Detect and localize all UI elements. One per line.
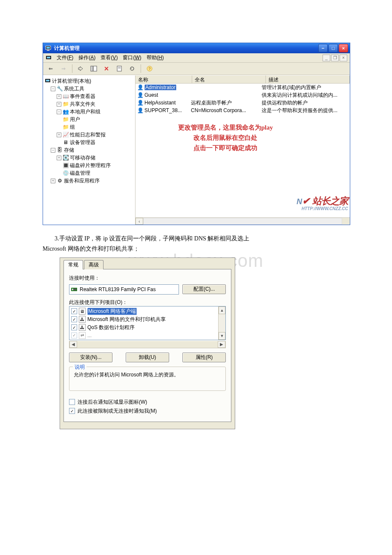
svg-rect-6: [93, 66, 97, 71]
scroll-up-button[interactable]: ▲: [219, 306, 225, 314]
tab-general[interactable]: 常规: [63, 260, 83, 269]
mdi-close-button[interactable]: ×: [340, 55, 347, 61]
client-icon: 🖥: [79, 308, 86, 315]
folder-share-icon: 📁: [63, 101, 69, 107]
tree-storage[interactable]: − 🗄 存储: [45, 146, 134, 154]
expand-icon[interactable]: +: [57, 133, 61, 137]
user-row[interactable]: 👤SUPPORT_38... CN=Microsoft Corpora... 这…: [135, 107, 350, 114]
checkbox[interactable]: ✓: [71, 324, 77, 330]
refresh-button[interactable]: [127, 64, 137, 74]
v-scrollbar[interactable]: ▲ ▼: [218, 306, 225, 340]
tree-users[interactable]: 📁 用户: [45, 116, 134, 123]
h-scrollbar[interactable]: ‹ ›: [135, 217, 350, 225]
expand-icon[interactable]: +: [57, 94, 61, 99]
close-button[interactable]: ×: [339, 44, 348, 52]
rename-edit[interactable]: Administrator: [144, 84, 176, 90]
tree-pane[interactable]: 计算机管理(本地) − 🔧 系统工具 + 📖 事件查看器 + 📁 共享文件夹 −…: [43, 75, 135, 225]
service-icon: 🖧: [79, 316, 86, 323]
separator: [72, 64, 72, 73]
maximize-button[interactable]: □: [329, 44, 338, 52]
device-icon: 🖥: [63, 139, 69, 145]
collapse-icon[interactable]: −: [51, 148, 55, 153]
list-item[interactable]: ✓ 🖥 Microsoft 网络客户端: [69, 307, 218, 315]
user-row[interactable]: 👤HelpAssistant 远程桌面助手帐户 提供远程协助的帐户: [135, 99, 350, 107]
tree-removable[interactable]: + 💽 可移动存储: [45, 154, 134, 162]
collapse-icon[interactable]: −: [57, 110, 61, 114]
tree-groups[interactable]: 📁 组: [45, 123, 134, 131]
menu-file[interactable]: 文件(F): [57, 54, 73, 61]
scroll-down-button[interactable]: ▼: [219, 332, 225, 340]
checkbox-label: 此连接被限制或无连接时通知我(M): [78, 408, 157, 415]
menu-window[interactable]: 窗口(W): [123, 54, 141, 61]
scroll-left-button[interactable]: ‹: [135, 218, 143, 225]
properties-button[interactable]: 属性(R): [182, 353, 226, 362]
tree-localusers[interactable]: − 👥 本地用户和组: [45, 108, 134, 116]
tab-advanced[interactable]: 高级: [84, 260, 104, 269]
col-fullname[interactable]: 全名: [192, 75, 266, 83]
notify-checkbox-row[interactable]: ✓ 此连接被限制或无连接时通知我(M): [69, 408, 226, 415]
checkbox[interactable]: ✓: [71, 316, 77, 322]
tools-icon: 🔧: [57, 86, 63, 92]
tree-root[interactable]: 计算机管理(本地): [45, 77, 134, 85]
tree-devmgr[interactable]: 🖥 设备管理器: [45, 139, 134, 146]
configure-button[interactable]: 配置(C)...: [182, 284, 226, 294]
items-label: 此连接使用下列项目(O)：: [69, 299, 226, 306]
book-icon: 📖: [63, 93, 69, 99]
scroll-right-button[interactable]: ▶: [218, 341, 225, 348]
uninstall-button[interactable]: 卸载(U): [126, 353, 169, 362]
col-name[interactable]: 名称: [135, 75, 192, 83]
mdi-minimize-button[interactable]: _: [323, 55, 330, 61]
tree-eventviewer[interactable]: + 📖 事件查看器: [45, 92, 134, 100]
components-listbox[interactable]: ✓ 🖥 Microsoft 网络客户端 ✓ 🖧 Microsoft 网络的文件和…: [69, 306, 226, 340]
back-button[interactable]: ⇐: [46, 64, 56, 74]
toolbar: ⇐ ⇒ ✕ ?: [43, 63, 350, 75]
checkbox[interactable]: ✓: [71, 332, 77, 338]
show-icon-checkbox-row[interactable]: 连接后在通知区域显示图标(W): [69, 399, 226, 406]
checkbox[interactable]: [69, 399, 75, 405]
install-button[interactable]: 安装(N)...: [69, 353, 112, 362]
expand-icon[interactable]: +: [51, 179, 55, 183]
user-row[interactable]: 👤Administrator 管理计算机(域)的内置帐户: [135, 84, 350, 91]
mdi-sysmenu-icon[interactable]: [46, 55, 52, 61]
scroll-track[interactable]: [219, 314, 225, 332]
list-header[interactable]: 名称 全名 描述: [135, 75, 350, 84]
expand-icon[interactable]: +: [57, 102, 61, 107]
collapse-icon[interactable]: −: [51, 87, 55, 91]
mdi-restore-button[interactable]: ❐: [331, 55, 339, 61]
user-icon: 👤: [137, 100, 143, 106]
tree-shared[interactable]: + 📁 共享文件夹: [45, 100, 134, 108]
tree-systools[interactable]: − 🔧 系统工具: [45, 85, 134, 92]
list-item[interactable]: ✓ ⇄ ...: [69, 332, 218, 339]
list-item[interactable]: ✓ 🖧 Microsoft 网络的文件和打印机共享: [69, 315, 218, 324]
tree-defrag[interactable]: 🔳 磁盘碎片整理程序: [45, 162, 134, 169]
expand-icon[interactable]: +: [57, 156, 61, 160]
description-text: 允许您的计算机访问 Microsoft 网络上的资源。: [74, 371, 221, 379]
titlebar[interactable]: 计算机管理 − □ ×: [43, 43, 350, 53]
scroll-left-button[interactable]: ◀: [69, 341, 77, 348]
delete-button[interactable]: ✕: [101, 64, 112, 74]
adapter-field[interactable]: Realtek RTL8139 Family PCI Fas: [69, 284, 179, 295]
up-button[interactable]: [76, 64, 86, 74]
separator: [141, 64, 141, 73]
forward-button[interactable]: ⇒: [58, 64, 69, 74]
tab-page: 连接时使用： Realtek RTL8139 Family PCI Fas 配置…: [63, 269, 231, 422]
scroll-track[interactable]: [143, 218, 342, 225]
show-hide-button[interactable]: [89, 64, 99, 74]
menu-help[interactable]: 帮助(H): [147, 54, 164, 61]
minimize-button[interactable]: −: [318, 44, 328, 52]
folder-icon: 📁: [63, 124, 69, 130]
list-item[interactable]: ✓ 🖧 QoS 数据包计划程序: [69, 324, 218, 332]
tree-perf[interactable]: + 📈 性能日志和警报: [45, 131, 134, 139]
menu-view[interactable]: 查看(V): [101, 54, 118, 61]
h-scrollbar[interactable]: ◀ ▶: [69, 341, 226, 348]
checkbox[interactable]: ✓: [69, 408, 75, 414]
tree-diskmgr[interactable]: 💿 磁盘管理: [45, 169, 134, 177]
menu-action[interactable]: 操作(A): [78, 54, 95, 61]
help-button[interactable]: ?: [144, 64, 155, 74]
properties-button[interactable]: [114, 64, 124, 74]
user-row[interactable]: 👤Guest 供来宾访问计算机或访问域的内...: [135, 91, 350, 99]
col-desc[interactable]: 描述: [266, 75, 350, 83]
tree-services[interactable]: + ⚙ 服务和应用程序: [45, 177, 134, 185]
checkbox[interactable]: ✓: [71, 308, 77, 314]
svg-rect-13: [46, 80, 49, 81]
